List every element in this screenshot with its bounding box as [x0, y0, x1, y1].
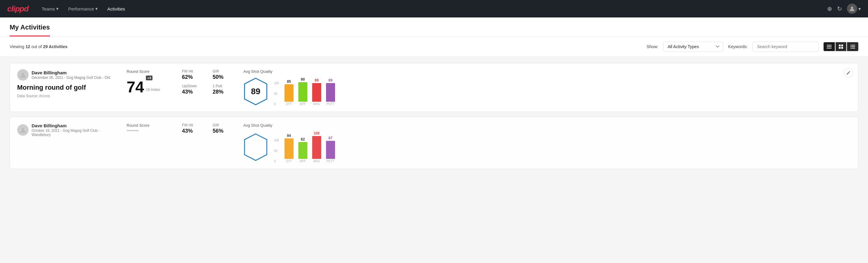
activity-card: Dave Billingham December 05, 2021 - Gog … [10, 63, 858, 112]
filter-bar: Viewing 12 out of 29 Activities Show: Al… [0, 37, 868, 57]
bar-app-2: 82 APP [298, 137, 307, 163]
activity-type-select[interactable]: All Activity Types [663, 41, 723, 52]
activity-title: Morning round of golf [17, 84, 119, 91]
bar-putt-2: 87 PUTT [326, 136, 335, 163]
grid-view-button[interactable] [836, 42, 846, 51]
svg-rect-5 [841, 45, 843, 46]
user-avatar [17, 69, 29, 81]
bar-chart-2: 100 50 0 94 OTT 82 [274, 131, 335, 163]
user-name-2: Dave Billingham [32, 123, 119, 128]
activity-card-2: Dave Billingham October 16, 2021 - Gog M… [10, 117, 858, 169]
shot-quality-container: Avg Shot Quality 89 100 [243, 69, 335, 106]
nav-performance[interactable]: Performance ▾ [65, 4, 101, 14]
viewing-count-text: Viewing 12 out of 29 Activities [10, 44, 642, 49]
svg-rect-6 [839, 47, 841, 49]
activities-list: Dave Billingham December 05, 2021 - Gog … [0, 57, 868, 175]
hexagon-score-display-2 [243, 133, 268, 161]
card-user-info: Dave Billingham December 05, 2021 - Gog … [17, 69, 119, 98]
avg-shot-quality-section-2: Avg Shot Quality 100 50 [243, 123, 851, 163]
svg-rect-12 [851, 48, 855, 49]
bar-ott-2: 94 OTT [284, 134, 293, 163]
user-avatar-2 [17, 124, 29, 136]
round-score-label: Round Score [127, 69, 175, 74]
bar-app: 90 APP [298, 77, 307, 106]
chevron-down-icon: ▾ [56, 6, 59, 11]
list-compact-view-button[interactable] [824, 42, 835, 51]
stat-fw-hit-2: FW Hit 43% [182, 123, 206, 134]
svg-rect-1 [827, 45, 832, 46]
user-meta-2: Dave Billingham October 16, 2021 - Gog M… [32, 123, 119, 137]
edit-button[interactable] [844, 68, 853, 78]
keyword-search-input[interactable] [752, 41, 819, 52]
user-name: Dave Billingham [32, 70, 110, 75]
stat-gir: GIR 50% [213, 69, 236, 80]
score-value: 74 [127, 79, 144, 95]
round-score-section-2: Round Score [127, 123, 175, 131]
holes-label: 18 Holes [146, 88, 160, 92]
round-score-label-2: Round Score [127, 123, 175, 127]
avg-shot-quality-label: Avg Shot Quality [243, 69, 273, 74]
stat-1putt: 1 Putt 28% [213, 84, 236, 95]
svg-marker-17 [245, 134, 267, 160]
stat-fw-hit: FW Hit 62% [182, 69, 206, 80]
svg-rect-9 [850, 45, 851, 46]
bar-chart: 100 50 0 85 OTT 90 [274, 77, 335, 106]
avg-shot-quality-section: Avg Shot Quality 89 100 [243, 69, 851, 106]
stats-section-2: FW Hit 43% GIR 56% [182, 123, 236, 134]
shot-quality-container-2: Avg Shot Quality 100 50 [243, 123, 335, 163]
nav-right: ⊕ ↻ ▾ [827, 4, 861, 14]
svg-rect-7 [841, 47, 843, 49]
list-view-button[interactable] [847, 42, 858, 51]
bar-ott: 85 OTT [284, 80, 293, 106]
nav-links: Teams ▾ Performance ▾ Activities [38, 4, 817, 14]
user-info: Dave Billingham December 05, 2021 - Gog … [17, 69, 119, 81]
avatar [847, 4, 857, 14]
user-date: December 05, 2021 - Gog Magog Golf Club … [32, 76, 110, 80]
avg-shot-quality-label-2: Avg Shot Quality [243, 123, 273, 127]
stat-gir-2: GIR 56% [213, 123, 236, 134]
chevron-down-icon: ▾ [858, 6, 861, 12]
hexagon-score-display: 89 [243, 77, 268, 106]
view-toggle [824, 42, 858, 51]
user-meta: Dave Billingham December 05, 2021 - Gog … [32, 70, 110, 80]
svg-point-0 [851, 7, 853, 9]
score-placeholder [127, 130, 138, 131]
bar-arg-2: 106 ARG [312, 131, 321, 163]
page-title: My Activities [10, 24, 50, 36]
round-score-section: Round Score 74 +4 18 Holes [127, 69, 175, 95]
nav-activities[interactable]: Activities [104, 4, 129, 14]
add-icon[interactable]: ⊕ [827, 5, 832, 12]
stats-section: FW Hit 62% GIR 50% Up/Down 43% 1 Putt 28… [182, 69, 236, 95]
navbar: clippd Teams ▾ Performance ▾ Activities … [0, 0, 868, 18]
keywords-label: Keywords: [728, 44, 748, 49]
refresh-icon[interactable]: ↻ [837, 5, 842, 12]
nav-teams[interactable]: Teams ▾ [38, 4, 62, 14]
data-source: Data Source: Arccos [17, 94, 119, 98]
bar-arg: 89 ARG [312, 78, 321, 106]
svg-rect-10 [851, 46, 855, 47]
chevron-down-icon: ▾ [95, 6, 98, 11]
quality-inner-2: 100 50 0 94 OTT 82 [243, 131, 335, 163]
svg-rect-4 [839, 45, 841, 46]
svg-rect-2 [827, 46, 832, 47]
user-menu[interactable]: ▾ [847, 4, 861, 14]
show-label: Show: [647, 44, 658, 49]
quality-inner: 89 100 50 0 85 [243, 77, 335, 106]
user-info-2: Dave Billingham October 16, 2021 - Gog M… [17, 123, 119, 137]
svg-rect-13 [850, 48, 851, 49]
svg-rect-11 [850, 46, 851, 47]
stat-updown: Up/Down 43% [182, 84, 206, 95]
user-date-2: October 16, 2021 - Gog Magog Golf Club -… [32, 128, 119, 137]
card-user-info-2: Dave Billingham October 16, 2021 - Gog M… [17, 123, 119, 140]
brand-logo[interactable]: clippd [7, 4, 29, 13]
score-display: 74 +4 18 Holes [127, 76, 175, 95]
svg-rect-3 [827, 48, 832, 49]
bar-putt: 89 PUTT [326, 78, 335, 106]
hexagon-score-value: 89 [251, 87, 260, 96]
svg-rect-8 [851, 45, 855, 46]
page-header: My Activities [0, 18, 868, 37]
score-badge: +4 [146, 76, 153, 80]
